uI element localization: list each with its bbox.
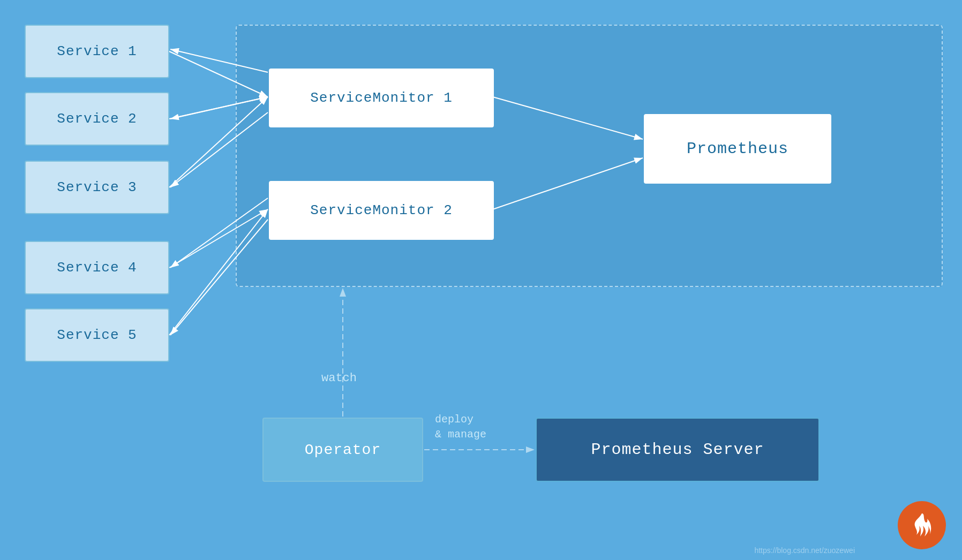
prometheus-box: Prometheus [644,114,831,184]
prometheus-server-box: Prometheus Server [536,418,820,482]
service-5-box: Service 5 [25,308,169,362]
prometheus-label: Prometheus [687,140,788,158]
operator-label: Operator [305,442,381,458]
service-4-label: Service 4 [57,260,137,276]
service-5-label: Service 5 [57,327,137,343]
service-monitor-1-box: ServiceMonitor 1 [269,69,494,127]
watch-label: watch [321,372,357,385]
service-2-box: Service 2 [25,92,169,146]
service-3-box: Service 3 [25,161,169,214]
prometheus-server-label: Prometheus Server [591,441,764,459]
operator-box: Operator [262,418,423,482]
service-4-box: Service 4 [25,241,169,294]
service-monitor-2-box: ServiceMonitor 2 [269,181,494,240]
operator-namespace-container: ServiceMonitor 1 ServiceMonitor 2 Promet… [236,25,943,287]
watermark: https://blog.csdn.net/zuozewei [754,546,855,555]
service-1-box: Service 1 [25,25,169,78]
prometheus-icon [898,501,946,549]
service-monitor-2-label: ServiceMonitor 2 [310,202,453,218]
deploy-manage-label: deploy & manage [435,412,486,442]
service-1-label: Service 1 [57,43,137,59]
service-monitor-1-label: ServiceMonitor 1 [310,90,453,106]
service-3-label: Service 3 [57,179,137,195]
diagram: Service 1 Service 2 Service 3 Service 4 … [0,0,962,560]
service-2-label: Service 2 [57,111,137,127]
